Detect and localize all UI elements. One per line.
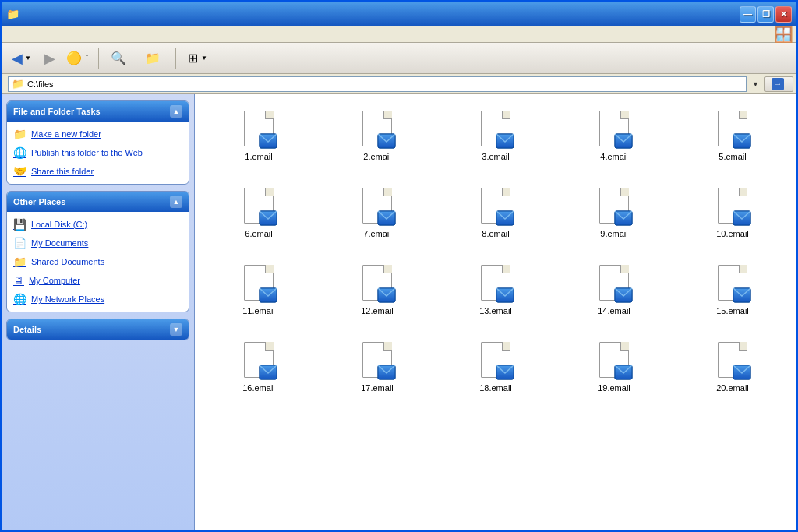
file-item[interactable]: 19.email (556, 332, 672, 406)
window: 📁 — ❐ ✕ 🪟 ◀ ▼ ▶ 🟡 ↑ (0, 0, 798, 532)
file-item[interactable]: 5.email (675, 100, 790, 174)
address-bar: 📁 ▼ → (2, 74, 796, 94)
sidebar-link-share[interactable]: 🤝 Share this folder (10, 164, 185, 179)
back-button[interactable]: ◀ ▼ (5, 46, 38, 71)
email-overlay-icon (496, 133, 514, 149)
file-area: 1.email 2.email (195, 94, 796, 530)
address-input-container: 📁 (8, 76, 747, 92)
file-icon-wrapper (358, 185, 396, 226)
sidebar-link-my-computer[interactable]: 🖥 My Computer (10, 273, 185, 288)
forward-button[interactable]: ▶ (40, 46, 60, 71)
sidebar-link-my-documents[interactable]: 📄 My Documents (10, 235, 185, 251)
file-item[interactable]: 6.email (201, 178, 316, 252)
menu-view[interactable] (30, 33, 42, 36)
file-item[interactable]: 10.email (675, 178, 790, 252)
menu-tools[interactable] (55, 33, 67, 36)
title-bar: 📁 — ❐ ✕ (2, 2, 796, 26)
email-overlay-icon (377, 365, 396, 380)
sidebar: File and Folder Tasks ▲ 📁 Make a new fol… (2, 94, 195, 530)
menu-file[interactable] (5, 33, 17, 36)
email-overlay-icon (496, 210, 514, 226)
file-item[interactable]: 2.email (320, 100, 435, 174)
sidebar-details-toggle[interactable]: ▼ (170, 323, 182, 336)
sidebar-link-shared-documents[interactable]: 📁 Shared Documents (10, 254, 185, 270)
sidebar-places-body: 💾 Local Disk (C:) 📄 My Documents 📁 Share… (7, 212, 189, 312)
file-item[interactable]: 15.email (675, 255, 790, 329)
email-overlay-icon (496, 365, 514, 380)
email-overlay-icon (377, 210, 396, 226)
file-icon-wrapper (240, 340, 277, 380)
search-button[interactable]: 🔍 (104, 47, 136, 69)
go-button[interactable]: → (764, 76, 793, 92)
file-item[interactable]: 1.email (201, 100, 316, 174)
file-item[interactable]: 18.email (438, 332, 553, 406)
go-arrow-icon: → (772, 78, 784, 90)
local-disk-icon: 💾 (13, 218, 26, 231)
views-button[interactable]: ⊞ ▼ (181, 47, 214, 69)
sidebar-link-local-disk[interactable]: 💾 Local Disk (C:) (10, 217, 185, 232)
sidebar-tasks-toggle[interactable]: ▲ (170, 105, 182, 118)
sidebar-places-title: Other Places (13, 197, 65, 206)
toolbar: ◀ ▼ ▶ 🟡 ↑ 🔍 📁 ⊞ ▼ (2, 43, 796, 74)
file-icon-wrapper (595, 108, 633, 149)
sidebar-places-header[interactable]: Other Places ▲ (7, 192, 189, 212)
sidebar-link-new-folder[interactable]: 📁 Make a new folder (10, 126, 185, 142)
file-item[interactable]: 16.email (201, 332, 316, 406)
email-overlay-icon (259, 133, 277, 149)
my-documents-icon: 📄 (13, 237, 26, 249)
sidebar-places-toggle[interactable]: ▲ (170, 196, 182, 208)
file-item[interactable]: 3.email (438, 100, 553, 174)
menu-help[interactable] (67, 33, 79, 36)
up-button[interactable]: 🟡 ↑ (62, 47, 94, 69)
sidebar-link-network[interactable]: 🌐 My Network Places (10, 291, 185, 307)
address-input[interactable] (27, 79, 743, 89)
separator-1 (98, 48, 99, 69)
email-overlay-icon (377, 287, 396, 303)
file-icon-wrapper (595, 340, 633, 380)
file-label: 13.email (479, 306, 512, 315)
menu-bar: 🪟 (2, 26, 796, 43)
file-icon-wrapper (595, 185, 633, 226)
file-label: 20.email (716, 383, 749, 393)
file-item[interactable]: 12.email (320, 255, 435, 329)
file-item[interactable]: 14.email (556, 255, 672, 329)
file-icon-wrapper (358, 340, 396, 380)
menu-edit[interactable] (17, 33, 30, 36)
address-folder-icon: 📁 (12, 78, 24, 90)
sidebar-details-header[interactable]: Details ▼ (7, 319, 189, 340)
new-folder-icon: 📁 (13, 128, 26, 140)
file-item[interactable]: 17.email (320, 332, 435, 406)
share-icon: 🤝 (13, 165, 26, 178)
network-icon: 🌐 (13, 293, 26, 305)
minimize-button[interactable]: — (740, 6, 756, 23)
sidebar-tasks-body: 📁 Make a new folder 🌐 Publish this folde… (7, 122, 189, 184)
file-icon-wrapper (595, 262, 633, 303)
sidebar-link-publish[interactable]: 🌐 Publish this folder to the Web (10, 145, 185, 160)
file-label: 2.email (363, 152, 390, 161)
close-button[interactable]: ✕ (775, 6, 792, 23)
menu-favorites[interactable] (42, 33, 55, 36)
file-item[interactable]: 4.email (556, 100, 672, 174)
file-icon-wrapper (477, 262, 514, 303)
file-label: 16.email (242, 383, 275, 393)
file-label: 19.email (598, 383, 630, 393)
file-icon-wrapper (240, 108, 277, 149)
file-icon-wrapper (477, 340, 514, 380)
file-item[interactable]: 20.email (675, 332, 790, 406)
file-item[interactable]: 9.email (556, 178, 672, 252)
folders-button[interactable]: 📁 (138, 47, 171, 69)
winxp-logo: 🪟 (774, 25, 793, 44)
address-dropdown-button[interactable]: ▼ (750, 80, 761, 88)
file-icon-wrapper (240, 262, 277, 303)
email-overlay-icon (259, 210, 277, 226)
maximize-button[interactable]: ❐ (757, 6, 774, 23)
file-label: 14.email (598, 306, 630, 315)
email-overlay-icon (259, 287, 277, 303)
email-overlay-icon (259, 365, 277, 380)
file-item[interactable]: 7.email (320, 178, 435, 252)
sidebar-tasks-header[interactable]: File and Folder Tasks ▲ (7, 101, 189, 122)
file-item[interactable]: 11.email (201, 255, 316, 329)
file-item[interactable]: 8.email (438, 178, 553, 252)
file-label: 12.email (361, 306, 394, 315)
file-item[interactable]: 13.email (438, 255, 553, 329)
